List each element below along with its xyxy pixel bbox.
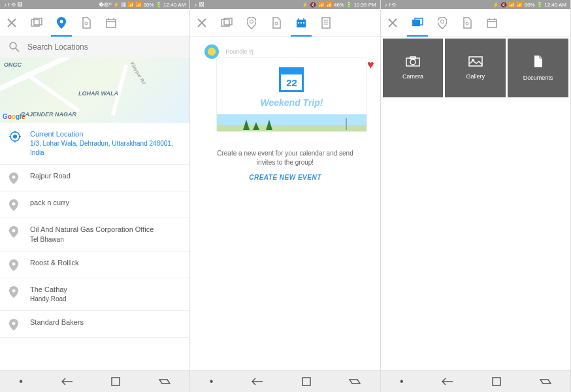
document-icon	[533, 55, 544, 68]
status-right: �察ᴺ ⚡ 漏 📶 📶 80% 🔋 12:40 AM	[99, 1, 186, 8]
close-icon[interactable]	[386, 16, 399, 29]
tiles-row: Camera Gallery Documents	[381, 37, 570, 99]
list-item[interactable]: pack n curry	[0, 191, 189, 218]
list-item[interactable]: Current Location1/3, Lohar Wala, Dehradu…	[0, 123, 189, 165]
svg-point-13	[12, 322, 16, 325]
nav-recent-icon[interactable]	[159, 378, 171, 385]
status-left: ♪ 🖼	[194, 2, 203, 8]
location-title: Oil And Natural Gas Corporation Office	[30, 225, 154, 235]
svg-point-11	[12, 262, 16, 265]
nav-menu-icon[interactable]: •	[210, 376, 214, 387]
status-left: ♪ f ⟲	[385, 2, 397, 8]
map-label-rajender: RAJENDER NAGAR	[21, 111, 76, 118]
status-left: ♪ f ⟲ 🖼	[4, 2, 22, 8]
svg-rect-23	[322, 18, 330, 28]
calendar-icon[interactable]	[485, 16, 498, 29]
svg-point-3	[85, 22, 88, 25]
nav-back-icon[interactable]	[61, 378, 73, 385]
notes-icon[interactable]	[319, 16, 333, 29]
heart-icon[interactable]: ♥	[367, 58, 374, 72]
location-pin-icon[interactable]	[55, 16, 68, 29]
location-sub: 1/3, Lohar Wala, Dehradun, Uttarakhand 2…	[30, 139, 180, 157]
gallery-icon[interactable]	[30, 16, 43, 29]
avatar-name: Poundie #j	[225, 48, 253, 55]
document-icon[interactable]	[80, 16, 93, 29]
nav-recent-icon[interactable]	[540, 378, 551, 385]
create-event-button[interactable]: CREATE NEW EVENT	[190, 174, 380, 181]
toolbar	[0, 9, 189, 37]
document-icon[interactable]	[270, 16, 283, 29]
pin-icon	[9, 259, 21, 271]
search-input[interactable]	[27, 42, 180, 52]
nav-recent-icon[interactable]	[349, 378, 361, 385]
event-description: Create a new event for your calendar and…	[190, 139, 380, 174]
tile-documents[interactable]: Documents	[508, 39, 568, 97]
nav-menu-icon[interactable]: •	[19, 376, 23, 387]
tile-label: Camera	[402, 73, 423, 80]
list-item[interactable]: Rajpur Road	[0, 165, 189, 191]
location-title: Current Location	[30, 129, 180, 139]
svg-rect-21	[301, 22, 302, 24]
toolbar	[190, 9, 380, 37]
list-item[interactable]: Oil And Natural Gas Corporation OfficeTe…	[0, 218, 189, 251]
nav-back-icon[interactable]	[252, 378, 263, 385]
nav-home-icon[interactable]	[302, 377, 311, 386]
svg-rect-29	[487, 20, 497, 27]
location-text: Roost & Rollick	[30, 258, 79, 268]
list-item[interactable]: Roost & Rollick	[0, 252, 189, 278]
location-text: Current Location1/3, Lohar Wala, Dehradu…	[30, 129, 180, 157]
calendar-graphic: 22	[279, 67, 304, 92]
svg-point-12	[12, 289, 16, 292]
image-icon	[468, 56, 483, 67]
tile-gallery[interactable]: Gallery	[445, 39, 506, 97]
card-scene	[217, 114, 366, 131]
pin-icon	[9, 199, 21, 211]
location-list: Current Location1/3, Lohar Wala, Dehradu…	[0, 123, 189, 370]
gallery-icon[interactable]	[220, 16, 233, 29]
svg-point-10	[12, 229, 16, 233]
map-view[interactable]: ONGC LOHAR WALA RAJENDER NAGAR Vijaypur …	[0, 57, 189, 123]
card-title: Weekend Trip!	[217, 97, 366, 108]
location-pin-icon[interactable]	[436, 16, 449, 29]
document-icon[interactable]	[461, 16, 474, 29]
calendar-icon[interactable]	[105, 16, 118, 29]
search-row	[0, 37, 189, 57]
calendar-icon[interactable]	[295, 16, 308, 29]
close-icon[interactable]	[195, 16, 208, 29]
status-right: ⚡ 🔇 📶 📶 80% 🔋 12:40 AM	[493, 2, 566, 8]
svg-point-27	[440, 20, 444, 23]
gallery-icon[interactable]	[411, 16, 424, 29]
target-icon	[9, 131, 21, 142]
status-right: ⚡ 🔇 📶 📶 46% 🔋 10:35 PM	[302, 2, 376, 8]
svg-rect-20	[298, 22, 299, 24]
nav-home-icon[interactable]	[492, 377, 501, 386]
pin-icon	[9, 319, 21, 331]
screen-locations: ♪ f ⟲ 🖼 �察ᴺ ⚡ 漏 📶 📶 80% 🔋 12:40 AM ONGC …	[0, 0, 190, 392]
tile-label: Gallery	[466, 73, 485, 80]
map-label-ongc: ONGC	[4, 61, 22, 68]
location-sub: Handy Road	[30, 295, 67, 304]
location-pin-icon[interactable]	[245, 16, 258, 29]
nav-back-icon[interactable]	[442, 378, 453, 385]
screen-media: ♪ f ⟲ ⚡ 🔇 📶 📶 80% 🔋 12:40 AM Camera Gall…	[381, 0, 571, 392]
svg-rect-24	[302, 378, 310, 385]
location-text: Standard Bakers	[30, 318, 84, 327]
pin-icon	[9, 172, 21, 184]
location-text: The CathayHandy Road	[30, 285, 67, 304]
map-road-label: Vijaypur Rd	[129, 61, 146, 85]
tile-camera[interactable]: Camera	[383, 39, 444, 97]
svg-rect-35	[493, 378, 500, 385]
svg-point-17	[250, 20, 253, 23]
pin-icon	[9, 286, 21, 298]
location-title: The Cathay	[30, 285, 67, 295]
list-item[interactable]: The CathayHandy Road	[0, 278, 189, 311]
nav-menu-icon[interactable]: •	[400, 376, 404, 387]
location-text: Rajpur Road	[30, 171, 71, 181]
list-item[interactable]: Standard Bakers	[0, 311, 189, 338]
google-logo: Google	[3, 113, 25, 120]
event-card[interactable]: ♥ 22 Weekend Trip!	[216, 57, 367, 132]
close-icon[interactable]	[5, 16, 18, 29]
toolbar	[381, 9, 570, 37]
nav-home-icon[interactable]	[111, 377, 120, 386]
nav-bar: •	[0, 370, 189, 392]
